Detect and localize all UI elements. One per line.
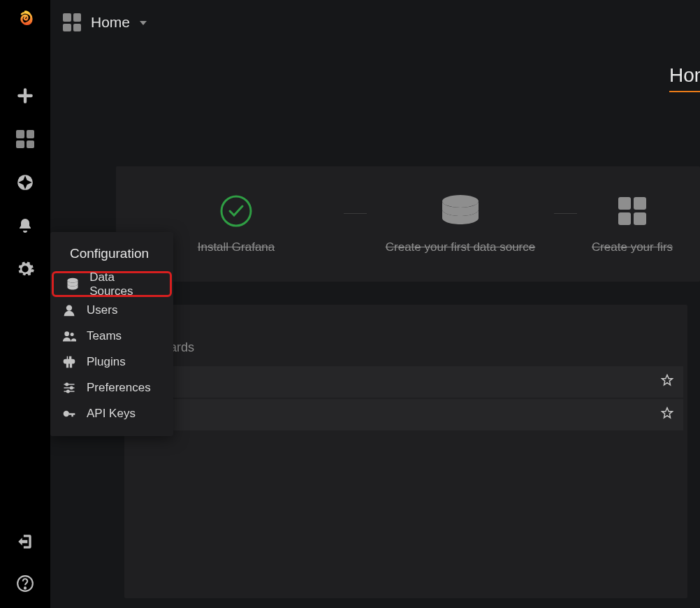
welcome-step-datasource[interactable]: Create your first data source — [370, 194, 551, 254]
svg-point-9 — [66, 383, 68, 385]
dashboard-title-cutoff: Home Da — [669, 64, 700, 92]
breadcrumb-home[interactable]: Home — [63, 13, 147, 31]
check-circle-icon — [219, 194, 253, 228]
chevron-down-icon — [140, 21, 147, 25]
database-icon — [441, 194, 480, 228]
sliders-icon — [61, 380, 77, 396]
flyout-title: Configuration — [50, 239, 173, 271]
svg-point-10 — [71, 386, 73, 389]
flyout-item-label: Teams — [87, 329, 122, 343]
flyout-item-plugins[interactable]: Plugins — [50, 349, 173, 375]
explore-icon[interactable] — [15, 172, 36, 193]
dashboard-row[interactable]: oard — [129, 399, 683, 430]
svg-point-4 — [442, 195, 479, 208]
flyout-item-users[interactable]: Users — [50, 297, 173, 323]
welcome-step-label: Create your first data source — [386, 240, 535, 254]
flyout-item-label: Users — [87, 303, 117, 317]
dashboard-picker-icon — [63, 13, 81, 31]
panel-subheading-cutoff: ashboards — [124, 340, 687, 366]
flyout-item-datasources[interactable]: Data Sources — [52, 271, 172, 297]
welcome-step-dashboard[interactable]: Create your firs — [580, 194, 685, 254]
svg-point-2 — [24, 587, 26, 588]
configuration-gear-icon[interactable] — [15, 259, 36, 280]
svg-point-12 — [64, 410, 69, 416]
svg-point-3 — [221, 196, 251, 226]
star-icon[interactable] — [661, 407, 673, 423]
svg-point-6 — [66, 305, 72, 310]
user-icon — [61, 303, 77, 318]
database-icon — [65, 277, 80, 292]
dashboard-grid-icon — [618, 194, 646, 228]
dashboard-title-underline — [669, 91, 700, 92]
step-connector — [554, 213, 577, 214]
svg-point-11 — [67, 390, 69, 392]
flyout-item-teams[interactable]: Teams — [50, 323, 173, 349]
svg-point-8 — [71, 333, 74, 336]
svg-point-5 — [67, 277, 78, 282]
step-connector — [344, 213, 367, 214]
panel-heading-cutoff: s — [124, 314, 687, 340]
flyout-item-label: Preferences — [87, 381, 151, 395]
configuration-flyout: Configuration Data Sources Users Teams P… — [50, 232, 173, 436]
welcome-steps-panel: Install Grafana Create your first data s… — [116, 166, 700, 282]
header-bar: Home — [50, 0, 700, 45]
star-icon[interactable] — [661, 374, 673, 390]
breadcrumb-title: Home — [91, 14, 130, 31]
flyout-item-label: API Keys — [87, 407, 136, 421]
svg-point-7 — [64, 331, 69, 336]
plug-icon — [61, 354, 77, 370]
dashboards-icon[interactable] — [15, 129, 36, 150]
signin-icon[interactable] — [15, 531, 36, 552]
welcome-step-label: Install Grafana — [198, 240, 275, 254]
flyout-item-apikeys[interactable]: API Keys — [50, 400, 173, 426]
dashboard-row[interactable]: oard — [129, 366, 683, 398]
welcome-step-label: Create your firs — [592, 240, 673, 254]
flyout-item-preferences[interactable]: Preferences — [50, 375, 173, 400]
flyout-item-label: Plugins — [87, 355, 126, 369]
grafana-logo-icon[interactable] — [15, 10, 36, 31]
create-icon[interactable] — [15, 85, 36, 106]
side-rail — [0, 0, 50, 608]
dashboards-panel: s ashboards oard oard — [124, 305, 687, 598]
flyout-item-label: Data Sources — [89, 270, 159, 298]
help-icon[interactable] — [15, 573, 36, 594]
users-icon — [61, 328, 77, 344]
alerting-bell-icon[interactable] — [15, 215, 36, 236]
key-icon — [61, 406, 77, 421]
